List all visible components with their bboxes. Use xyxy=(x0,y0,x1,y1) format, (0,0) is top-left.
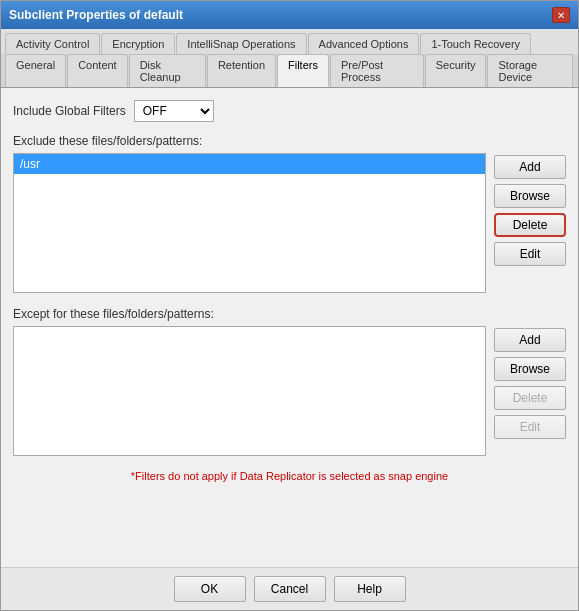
except-browse-button[interactable]: Browse xyxy=(494,357,566,381)
except-delete-button[interactable]: Delete xyxy=(494,386,566,410)
tab-activity-control[interactable]: Activity Control xyxy=(5,33,100,54)
exclude-edit-button[interactable]: Edit xyxy=(494,242,566,266)
window-controls: ✕ xyxy=(552,7,570,23)
except-section-label: Except for these files/folders/patterns: xyxy=(13,307,566,321)
tab-filters[interactable]: Filters xyxy=(277,54,329,87)
tab-prepost-process[interactable]: Pre/Post Process xyxy=(330,54,424,87)
tab-1touch-recovery[interactable]: 1-Touch Recovery xyxy=(420,33,531,54)
tab-retention[interactable]: Retention xyxy=(207,54,276,87)
exclude-list-item[interactable]: /usr xyxy=(14,154,485,174)
tab-general[interactable]: General xyxy=(5,54,66,87)
exclude-list-section: /usr Add Browse Delete Edit xyxy=(13,153,566,293)
exclude-section-label: Exclude these files/folders/patterns: xyxy=(13,134,566,148)
title-bar: Subclient Properties of default ✕ xyxy=(1,1,578,29)
exclude-list-box[interactable]: /usr xyxy=(13,153,486,293)
bottom-bar: OK Cancel Help xyxy=(1,567,578,610)
tab-row-2: General Content Disk Cleanup Retention F… xyxy=(1,54,578,88)
help-button[interactable]: Help xyxy=(334,576,406,602)
tab-disk-cleanup[interactable]: Disk Cleanup xyxy=(129,54,206,87)
except-buttons: Add Browse Delete Edit xyxy=(494,326,566,456)
global-filters-label: Include Global Filters xyxy=(13,104,126,118)
tab-row-1: Activity Control Encryption IntelliSnap … xyxy=(1,29,578,54)
except-list-box[interactable] xyxy=(13,326,486,456)
ok-button[interactable]: OK xyxy=(174,576,246,602)
global-filters-row: Include Global Filters OFF ON xyxy=(13,100,566,122)
main-content: Include Global Filters OFF ON Exclude th… xyxy=(1,88,578,567)
cancel-button[interactable]: Cancel xyxy=(254,576,326,602)
tab-intellisnap[interactable]: IntelliSnap Operations xyxy=(176,33,306,54)
tab-encryption[interactable]: Encryption xyxy=(101,33,175,54)
exclude-browse-button[interactable]: Browse xyxy=(494,184,566,208)
main-window: Subclient Properties of default ✕ Activi… xyxy=(0,0,579,611)
tab-storage-device[interactable]: Storage Device xyxy=(487,54,573,87)
except-edit-button[interactable]: Edit xyxy=(494,415,566,439)
close-button[interactable]: ✕ xyxy=(552,7,570,23)
global-filters-select[interactable]: OFF ON xyxy=(134,100,214,122)
window-title: Subclient Properties of default xyxy=(9,8,183,22)
except-add-button[interactable]: Add xyxy=(494,328,566,352)
exclude-add-button[interactable]: Add xyxy=(494,155,566,179)
exclude-delete-button[interactable]: Delete xyxy=(494,213,566,237)
except-list-section: Add Browse Delete Edit xyxy=(13,326,566,456)
tab-security[interactable]: Security xyxy=(425,54,487,87)
footer-note: *Filters do not apply if Data Replicator… xyxy=(13,470,566,482)
tab-content[interactable]: Content xyxy=(67,54,128,87)
tab-advanced-options[interactable]: Advanced Options xyxy=(308,33,420,54)
exclude-buttons: Add Browse Delete Edit xyxy=(494,153,566,293)
